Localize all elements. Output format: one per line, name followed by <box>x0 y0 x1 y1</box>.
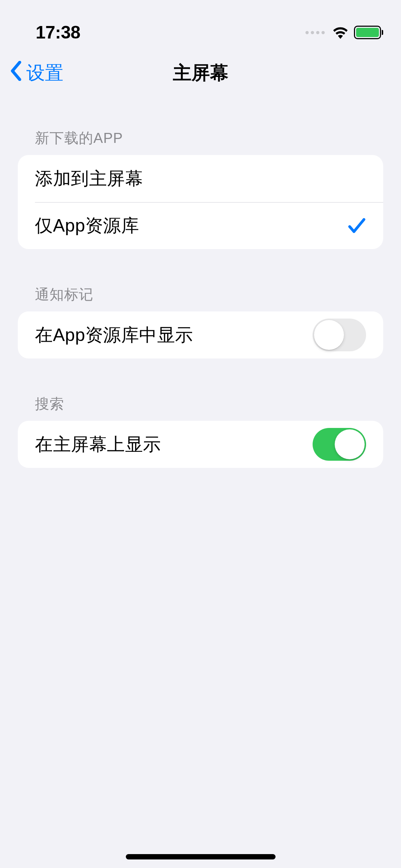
signal-dots-icon <box>305 31 325 34</box>
toggle-show-on-home[interactable] <box>313 428 366 461</box>
checkmark-icon <box>348 217 366 234</box>
group-search: 在主屏幕上显示 <box>18 421 383 468</box>
section-notification-badges: 通知标记 在App资源库中显示 <box>0 285 401 358</box>
home-indicator[interactable] <box>126 854 276 859</box>
chevron-left-icon <box>10 61 23 85</box>
option-add-to-home[interactable]: 添加到主屏幕 <box>18 155 383 202</box>
status-indicators <box>305 26 383 39</box>
back-label: 设置 <box>26 61 63 86</box>
section-header-notification-badges: 通知标记 <box>18 285 383 311</box>
status-time: 17:38 <box>36 22 80 43</box>
section-new-downloads: 新下载的APP 添加到主屏幕 仅App资源库 <box>0 128 401 249</box>
wifi-icon <box>332 26 349 39</box>
section-search: 搜索 在主屏幕上显示 <box>0 394 401 468</box>
row-label: 在主屏幕上显示 <box>35 433 161 456</box>
page-title: 主屏幕 <box>173 61 228 86</box>
battery-icon <box>354 26 383 39</box>
row-show-on-home: 在主屏幕上显示 <box>18 421 383 468</box>
row-show-in-library: 在App资源库中显示 <box>18 311 383 358</box>
nav-bar: 设置 主屏幕 <box>0 50 401 96</box>
section-header-search: 搜索 <box>18 394 383 421</box>
status-bar: 17:38 <box>0 0 401 50</box>
group-notification-badges: 在App资源库中显示 <box>18 311 383 358</box>
option-label: 添加到主屏幕 <box>35 167 143 191</box>
row-label: 在App资源库中显示 <box>35 323 193 347</box>
section-header-new-downloads: 新下载的APP <box>18 128 383 155</box>
back-button[interactable]: 设置 <box>10 61 63 86</box>
group-new-downloads: 添加到主屏幕 仅App资源库 <box>18 155 383 249</box>
option-app-library-only[interactable]: 仅App资源库 <box>18 202 383 249</box>
option-label: 仅App资源库 <box>35 214 139 238</box>
toggle-show-in-library[interactable] <box>313 319 366 351</box>
